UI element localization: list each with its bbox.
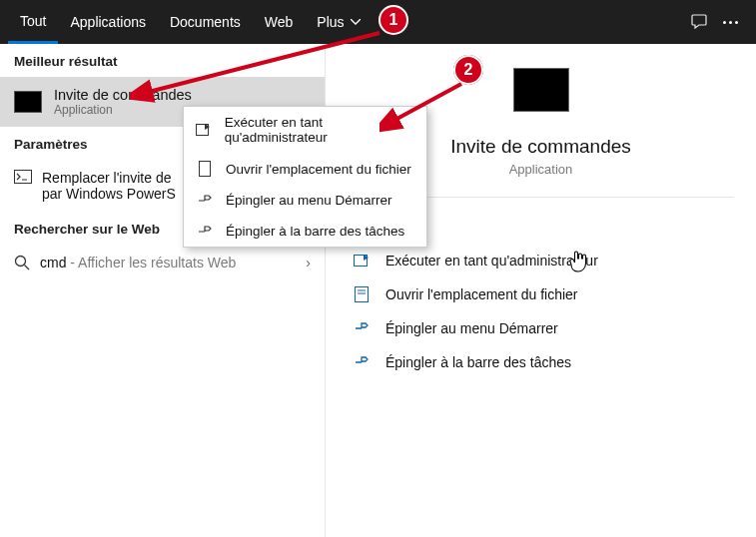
action-open-location[interactable]: Ouvrir l'emplacement du fichier [348, 277, 734, 311]
setting-line2: par Windows PowerS [42, 186, 176, 202]
svg-rect-5 [356, 287, 369, 302]
svg-point-1 [16, 257, 26, 267]
detail-app-icon [513, 68, 569, 112]
tab-web[interactable]: Web [253, 0, 306, 44]
context-menu: Exécuter en tant qu'administrateur Ouvri… [183, 106, 427, 248]
cm-run-admin-label: Exécuter en tant qu'administrateur [225, 115, 414, 145]
action-pin-taskbar[interactable]: Épingler à la barre des tâches [348, 345, 734, 379]
tab-apps[interactable]: Applications [58, 0, 158, 44]
hand-cursor-icon [568, 250, 590, 273]
web-search-item[interactable]: cmd - Afficher les résultats Web › [0, 245, 325, 280]
action-pin-start-label: Épingler au menu Démarrer [385, 320, 558, 336]
chevron-down-icon [351, 19, 361, 25]
cm-pin-start-label: Épingler au menu Démarrer [226, 193, 392, 208]
tab-docs[interactable]: Documents [158, 0, 253, 44]
cm-pin-taskbar-label: Épingler à la barre des tâches [226, 224, 404, 239]
annotation-badge-2: 2 [453, 55, 483, 85]
svg-line-2 [25, 266, 30, 270]
cm-open-location[interactable]: Ouvrir l'emplacement du fichier [184, 153, 426, 185]
chevron-right-icon: › [306, 255, 311, 270]
shield-icon [354, 253, 370, 268]
action-pin-taskbar-label: Épingler à la barre des tâches [385, 354, 571, 370]
folder-icon [355, 286, 369, 302]
cm-pin-taskbar[interactable]: Épingler à la barre des tâches [184, 216, 426, 247]
pin-start-icon [197, 194, 213, 208]
tab-more-label: Plus [317, 14, 344, 30]
pin-taskbar-icon [354, 354, 370, 370]
action-open-location-label: Ouvrir l'emplacement du fichier [385, 286, 578, 302]
feedback-icon[interactable] [689, 12, 709, 32]
tab-more[interactable]: Plus [305, 0, 372, 44]
cmd-icon [14, 91, 42, 113]
action-pin-start[interactable]: Épingler au menu Démarrer [348, 311, 734, 345]
pin-start-icon [354, 320, 370, 336]
action-run-admin-label: Exécuter en tant qu'administrateur [385, 253, 598, 268]
web-query: cmd [40, 255, 66, 270]
pin-taskbar-icon [197, 225, 213, 239]
annotation-badge-1: 1 [378, 5, 408, 35]
best-result-header: Meilleur résultat [0, 44, 325, 77]
best-result-title: Invite de commandes [54, 87, 192, 103]
shield-icon [196, 123, 212, 137]
setting-line1: Remplacer l'invite de [42, 170, 176, 186]
detail-subtitle: Application [509, 162, 573, 177]
svg-rect-0 [15, 171, 32, 184]
tab-all[interactable]: Tout [8, 0, 58, 44]
cm-run-admin[interactable]: Exécuter en tant qu'administrateur [184, 107, 426, 153]
web-suffix: - Afficher les résultats Web [66, 255, 236, 270]
action-run-admin[interactable]: Exécuter en tant qu'administrateur [348, 244, 734, 277]
search-icon [14, 255, 30, 270]
svg-rect-9 [200, 162, 211, 177]
detail-title: Invite de commandes [450, 136, 631, 158]
folder-icon [199, 161, 211, 177]
cm-pin-start[interactable]: Épingler au menu Démarrer [184, 185, 426, 216]
terminal-icon [14, 170, 32, 184]
best-result-subtitle: Application [54, 103, 192, 117]
cm-open-location-label: Ouvrir l'emplacement du fichier [226, 162, 411, 177]
more-options-icon[interactable] [723, 21, 738, 24]
